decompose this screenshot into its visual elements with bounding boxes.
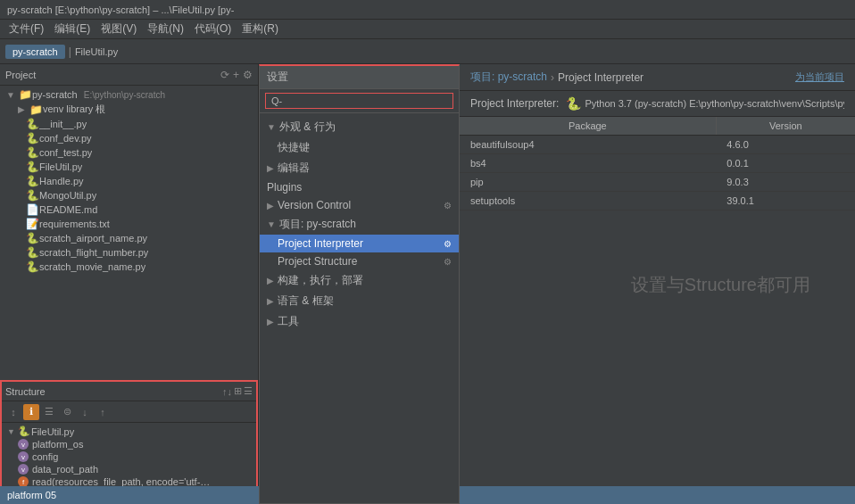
py-file-icon: 🐍: [25, 146, 39, 159]
plus-icon[interactable]: +: [233, 69, 239, 81]
table-row[interactable]: beautifulsoup4 4.6.0: [460, 136, 855, 154]
settings-title: 设置: [267, 70, 288, 85]
menu-bar: 文件(F) 编辑(E) 视图(V) 导航(N) 代码(O) 重构(R): [0, 20, 855, 39]
info-icon[interactable]: ℹ: [23, 404, 39, 420]
nav-item-label: 工具: [278, 314, 299, 329]
sort-icon[interactable]: ↑↓: [222, 386, 232, 397]
more-icon[interactable]: ☰: [244, 385, 253, 397]
project-badge[interactable]: py-scratch: [5, 45, 65, 59]
list-item[interactable]: 🐍 conf_test.py: [0, 145, 258, 160]
panel-icons: ⟳ + ⚙: [220, 69, 253, 81]
table-row[interactable]: setuptools 39.0.1: [460, 192, 855, 211]
arrow-right-icon: ▶: [14, 104, 29, 114]
python-icon: 🐍: [566, 96, 581, 111]
arrow-down-icon: ▼: [267, 219, 276, 229]
nav-item-label: Project Interpreter: [278, 237, 363, 250]
as-current-project-button[interactable]: 为当前项目: [795, 70, 844, 84]
interpreter-path: Python 3.7 (py-scratch) E:\python\py-scr…: [585, 98, 844, 109]
file-tab[interactable]: FileUtil.py: [75, 46, 118, 57]
settings-title-bar: 设置: [260, 66, 459, 89]
settings-nav-appearance[interactable]: ▼ 外观 & 行为: [260, 117, 459, 137]
root-label: py-scratch E:\python\py-scratch: [32, 89, 165, 100]
menu-navigate[interactable]: 导航(N): [142, 21, 189, 37]
settings-search-container: [260, 89, 459, 113]
menu-view[interactable]: 视图(V): [95, 21, 142, 37]
structure-file-label: FileUtil.py: [31, 426, 74, 437]
menu-file[interactable]: 文件(F): [4, 21, 49, 37]
arrow-down-icon: ▼: [7, 427, 15, 436]
settings-nav-vcs[interactable]: ▶ Version Control ⚙: [260, 196, 459, 214]
settings-nav-editor[interactable]: ▶ 编辑器: [260, 158, 459, 178]
settings-nav-plugins[interactable]: Plugins: [260, 178, 459, 196]
structure-toolbar: ↕ ℹ ☰ ⊜ ↓ ↑: [2, 401, 256, 423]
tree-item-label: scratch_flight_number.py: [39, 247, 148, 258]
version-cell: 9.0.3: [716, 173, 855, 191]
list-item[interactable]: v platform_os: [2, 438, 256, 450]
version-cell: 0.0.1: [716, 154, 855, 172]
tree-item-label: Handle.py: [39, 176, 84, 186]
list-item[interactable]: 📝 requirements.txt: [0, 217, 258, 231]
list-item[interactable]: 🐍 scratch_movie_name.py: [0, 260, 258, 274]
ps-icon: ⚙: [444, 257, 452, 267]
settings-nav-project-structure[interactable]: Project Structure ⚙: [260, 252, 459, 270]
list-item[interactable]: 🐍 Handle.py: [0, 174, 258, 188]
settings-search-input[interactable]: [265, 93, 453, 109]
list-item[interactable]: ▼ 🐍 FileUtil.py: [2, 425, 256, 438]
variable-icon: v: [18, 451, 29, 462]
list-item[interactable]: 🐍 scratch_airport_name.py: [0, 231, 258, 245]
interpreter-value: 🐍 Python 3.7 (py-scratch) E:\python\py-s…: [566, 96, 844, 111]
py-file-icon: 🐍: [25, 161, 39, 173]
breadcrumb-page: Project Interpreter: [558, 71, 643, 84]
upload-icon[interactable]: ↑: [95, 404, 111, 420]
table-row[interactable]: pip 9.0.3: [460, 173, 855, 192]
version-cell: 4.6.0: [716, 136, 855, 153]
group-icon[interactable]: ⊜: [59, 404, 75, 420]
tree-item-label: venv library 根: [43, 103, 105, 116]
settings-nav-tools[interactable]: ▶ 工具: [260, 311, 459, 332]
menu-refactor[interactable]: 重构(R): [237, 21, 284, 37]
list-item[interactable]: 🐍 __init__.py: [0, 117, 258, 131]
nav-item-label: 编辑器: [278, 161, 310, 176]
structure-title: Structure: [5, 386, 220, 397]
package-cell: setuptools: [460, 192, 716, 210]
arrow-right-icon: ▶: [267, 163, 274, 173]
expand-icon[interactable]: ⊞: [234, 385, 242, 397]
list-item[interactable]: ▶ 📁 venv library 根: [0, 102, 258, 117]
list-item[interactable]: 🐍 MongoUtil.py: [0, 188, 258, 202]
nav-item-label: 项目: py-scratch: [279, 217, 356, 232]
right-panel: 项目: py-scratch › Project Interpreter 为当前…: [460, 64, 855, 504]
list-item[interactable]: 🐍 conf_dev.py: [0, 131, 258, 145]
version-cell: 39.0.1: [716, 192, 855, 210]
menu-edit[interactable]: 编辑(E): [49, 21, 95, 37]
settings-nav-languages[interactable]: ▶ 语言 & 框架: [260, 291, 459, 311]
txt-file-icon: 📝: [25, 218, 39, 230]
table-row[interactable]: bs4 0.0.1: [460, 154, 855, 173]
sort-alpha-icon[interactable]: ↕: [5, 404, 21, 420]
menu-code[interactable]: 代码(O): [189, 21, 237, 37]
right-header: 项目: py-scratch › Project Interpreter 为当前…: [460, 64, 855, 91]
tree-item-label: conf_test.py: [39, 147, 92, 158]
list-item[interactable]: 🐍 scratch_flight_number.py: [0, 245, 258, 260]
arrow-right-icon: ▶: [267, 276, 274, 285]
list-item[interactable]: 📄 README.md: [0, 202, 258, 217]
list-item[interactable]: 🐍 FileUtil.py: [0, 160, 258, 174]
folder-icon: 📁: [29, 103, 43, 116]
tree-item-label: README.md: [39, 204, 97, 215]
list-item[interactable]: v data_root_path: [2, 463, 256, 475]
tree-item-label: FileUtil.py: [39, 161, 82, 172]
tree-item-label: requirements.txt: [39, 219, 110, 229]
py-file-icon: 🐍: [25, 232, 39, 244]
settings-nav-project-interpreter[interactable]: Project Interpreter ⚙: [260, 235, 459, 252]
settings-nav-project[interactable]: ▼ 项目: py-scratch: [260, 214, 459, 235]
settings-nav-build[interactable]: ▶ 构建，执行，部署: [260, 270, 459, 291]
nav-item-label: Version Control: [278, 199, 351, 211]
settings-icon[interactable]: ⚙: [243, 69, 253, 81]
download-icon[interactable]: ↓: [77, 404, 93, 420]
nav-item-label: 语言 & 框架: [278, 293, 334, 309]
list-icon[interactable]: ☰: [41, 404, 57, 420]
arrow-right-icon: ▶: [267, 317, 274, 326]
list-item[interactable]: v config: [2, 450, 256, 463]
settings-nav-shortcuts[interactable]: 快捷键: [260, 137, 459, 158]
tree-root[interactable]: ▼ 📁 py-scratch E:\python\py-scratch: [0, 87, 258, 102]
sync-icon[interactable]: ⟳: [220, 69, 229, 81]
